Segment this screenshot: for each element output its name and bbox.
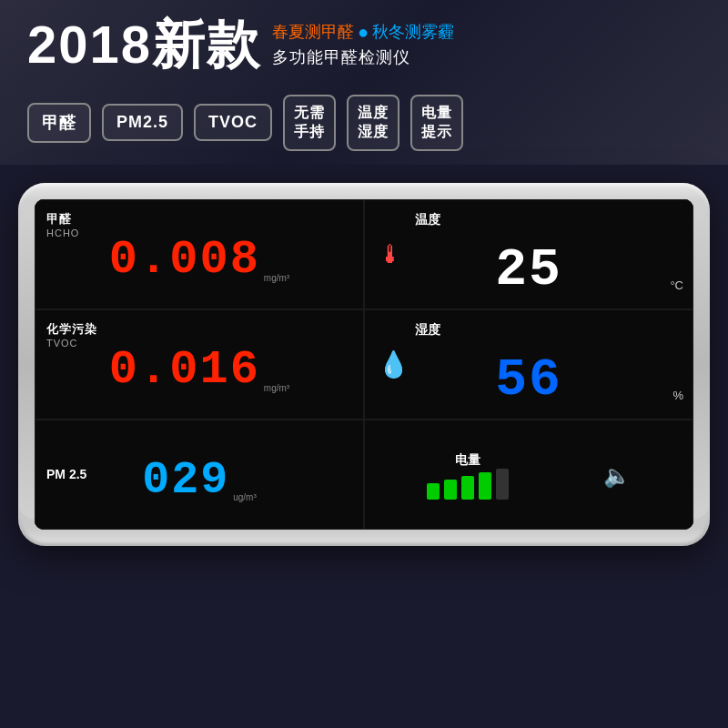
pm25-cell: PM 2.5 029 ug/m³ [35, 420, 364, 530]
hcho-label-en: HCHO [46, 228, 79, 238]
battery-bars [427, 469, 509, 500]
subtitle-autumn: 秋冬测雾霾 [372, 21, 454, 43]
humid-value-row: 56 [379, 350, 678, 410]
temp-value: 25 [495, 240, 562, 299]
device-wrapper: 甲醛 HCHO 0.008 mg/m³ 化学污染 TVOC 0.016 mg/m… [18, 183, 710, 546]
pm25-unit: ug/m³ [233, 492, 257, 502]
hcho-value: 0.008 [109, 233, 260, 287]
humid-value: 56 [495, 350, 562, 410]
humid-icon-area: 💧 [378, 349, 410, 379]
badge-handheld: 无需手持 [283, 95, 336, 151]
pm25-label: PM 2.5 [46, 467, 86, 481]
bat-bar-2 [444, 480, 457, 500]
droplet-icon: 💧 [378, 349, 410, 379]
hcho-digit-display: 0.008 mg/m³ [50, 233, 349, 287]
tvoc-unit: mg/m³ [264, 383, 289, 393]
humid-cell: 💧 湿度 56 % [364, 309, 693, 420]
dot-separator: ● [358, 22, 369, 43]
header-section: 2018新款 春夏测甲醛 ● 秋冬测雾霾 多功能甲醛检测仪 甲醛 PM2.5 T… [0, 0, 728, 165]
temp-cell: 🌡 温度 25 °C [364, 199, 693, 309]
badge-pm25: PM2.5 [102, 104, 183, 141]
badges-row: 甲醛 PM2.5 TVOC 无需手持 温度湿度 电量提示 [27, 95, 463, 151]
bat-bar-5 [496, 469, 509, 500]
temp-label-block: 温度 [415, 211, 440, 228]
badge-battery-indicator: 电量提示 [410, 95, 463, 151]
temp-value-row: 25 [379, 240, 678, 299]
device-screen: 甲醛 HCHO 0.008 mg/m³ 化学污染 TVOC 0.016 mg/m… [35, 199, 693, 530]
speaker-icon: 🔈 [603, 463, 631, 489]
humid-label-block: 湿度 [415, 321, 440, 339]
tvoc-value: 0.016 [109, 343, 260, 397]
tvoc-label-block: 化学污染 TVOC [46, 321, 97, 349]
hcho-cell: 甲醛 HCHO 0.008 mg/m³ [35, 199, 364, 309]
subtitle-top: 春夏测甲醛 ● 秋冬测雾霾 [272, 21, 454, 43]
main-title: 2018新款 [27, 18, 261, 71]
humid-unit: % [672, 389, 683, 402]
pm25-value: 029 [142, 454, 229, 506]
tvoc-digit-display: 0.016 mg/m³ [50, 343, 349, 397]
bat-bar-4 [479, 472, 491, 500]
title-row: 2018新款 春夏测甲醛 ● 秋冬测雾霾 多功能甲醛检测仪 [27, 18, 454, 71]
battery-cell: 电量 🔈 [364, 420, 693, 530]
hcho-unit: mg/m³ [264, 273, 289, 283]
subtitle-bottom: 多功能甲醛检测仪 [272, 46, 454, 68]
badge-tvoc: TVOC [194, 104, 272, 141]
tvoc-label-en: TVOC [46, 338, 97, 349]
tvoc-label-cn: 化学污染 [46, 321, 97, 338]
temp-unit: °C [670, 278, 683, 292]
bat-bar-1 [427, 483, 440, 500]
thermometer-icon: 🌡 [378, 239, 403, 269]
tvoc-cell: 化学污染 TVOC 0.016 mg/m³ [35, 309, 364, 420]
subtitle-block: 春夏测甲醛 ● 秋冬测雾霾 多功能甲醛检测仪 [272, 21, 454, 68]
badge-hcho: 甲醛 [27, 103, 91, 143]
badge-temp-humid: 温度湿度 [347, 95, 399, 151]
hcho-label-cn: 甲醛 [46, 211, 79, 228]
hcho-label-block: 甲醛 HCHO [46, 211, 79, 238]
temp-icon-area: 🌡 [378, 239, 403, 269]
bat-bar-3 [461, 476, 474, 500]
humid-label-cn: 湿度 [415, 322, 440, 337]
subtitle-spring: 春夏测甲醛 [272, 21, 354, 43]
air-quality-monitor: 甲醛 HCHO 0.008 mg/m³ 化学污染 TVOC 0.016 mg/m… [18, 183, 710, 546]
temp-label-cn: 温度 [415, 212, 440, 227]
pm25-digit-display: 029 ug/m³ [50, 454, 349, 506]
battery-label-area: 电量 [427, 452, 509, 500]
battery-label: 电量 [455, 452, 480, 469]
